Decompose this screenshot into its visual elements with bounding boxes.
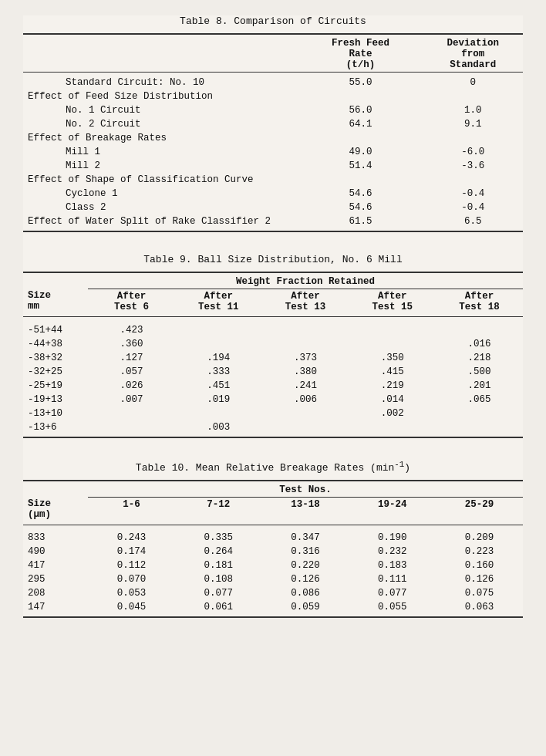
t8-row-standard: Standard Circuit: No. 10 55.0 0 (23, 76, 523, 89)
page: Table 8. Comparison of Circuits Fresh Fe… (23, 15, 523, 618)
t8-dev: -0.4 (423, 201, 523, 214)
table10-container: Table 10. Mean Relative Breakage Rates (… (23, 460, 523, 619)
t8-rate: 49.0 (298, 145, 423, 159)
t10-size-spacer (23, 483, 88, 498)
t8-header-rate: Fresh Feed Rate (t/h) (298, 34, 423, 73)
t8-row-class2: Class 2 54.6 -0.4 (23, 201, 523, 214)
t9-weight-fraction-header: Weight Fraction Retained (88, 275, 523, 289)
t8-row-feed-dist: Effect of Feed Size Distribution (23, 89, 523, 103)
t10-row: 490 0.174 0.264 0.316 0.232 0.223 (23, 545, 523, 559)
t8-header-deviation: Deviation from Standard (423, 34, 523, 73)
t8-label: No. 1 Circuit (23, 103, 298, 117)
t10-col-c4: 19-24 (349, 497, 436, 521)
t10-row: 147 0.045 0.061 0.059 0.055 0.063 (23, 600, 523, 614)
t8-row-mill2: Mill 2 51.4 -3.6 (23, 159, 523, 173)
t9-row: -44+38 .360 .016 (23, 337, 523, 351)
t8-label: Effect of Shape of Classification Curve (23, 173, 298, 187)
t8-label: Effect of Feed Size Distribution (23, 89, 298, 103)
t8-rate: 54.6 (298, 201, 423, 214)
table8-title: Table 8. Comparison of Circuits (23, 15, 523, 27)
t8-dev: -0.4 (423, 187, 523, 201)
t8-dev: 0 (423, 76, 523, 89)
t8-label: Effect of Breakage Rates (23, 131, 298, 145)
t9-row: -25+19 .026 .451 .241 .219 .201 (23, 379, 523, 393)
t8-dev: -3.6 (423, 159, 523, 173)
t8-dev: 6.5 (423, 214, 523, 228)
t8-label: Standard Circuit: No. 10 (23, 76, 298, 89)
t9-col-t15: After Test 15 (349, 289, 436, 314)
t8-row-water: Effect of Water Split of Rake Classifier… (23, 214, 523, 228)
t9-row: -32+25 .057 .333 .380 .415 .500 (23, 365, 523, 379)
t10-col-c2: 7-12 (175, 497, 262, 521)
t9-row: -13+10 .002 (23, 407, 523, 420)
t8-rate: 64.1 (298, 117, 423, 131)
t8-dev: 1.0 (423, 103, 523, 117)
table9-title: Table 9. Ball Size Distribution, No. 6 M… (23, 254, 523, 265)
t8-label: Class 2 (23, 201, 298, 214)
t10-col-c3: 13-18 (262, 497, 349, 521)
t8-label: Effect of Water Split of Rake Classifier… (23, 214, 298, 228)
t8-row-no1: No. 1 Circuit 56.0 1.0 (23, 103, 523, 117)
t9-size-header (23, 275, 88, 289)
t8-label: Mill 2 (23, 159, 298, 173)
t8-row-no2: No. 2 Circuit 64.1 9.1 (23, 117, 523, 131)
t9-col-t6: After Test 6 (88, 289, 175, 314)
t10-col-c5: 25-29 (436, 497, 523, 521)
t8-row-mill1: Mill 1 49.0 -6.0 (23, 145, 523, 159)
t9-col-t18: After Test 18 (436, 289, 523, 314)
t10-col-size: Size (μm) (23, 497, 88, 521)
t8-label: No. 2 Circuit (23, 117, 298, 131)
table10: Test Nos. Size (μm) 1-6 7-12 13-18 19-24… (23, 480, 523, 619)
t10-row: 833 0.243 0.335 0.347 0.190 0.209 (23, 531, 523, 545)
t8-rate: 55.0 (298, 76, 423, 89)
t9-col-size: Size mm (23, 289, 88, 314)
t10-row: 295 0.070 0.108 0.126 0.111 0.126 (23, 572, 523, 586)
t8-label: Mill 1 (23, 145, 298, 159)
t8-label: Cyclone 1 (23, 187, 298, 201)
t10-row: 208 0.053 0.077 0.086 0.077 0.075 (23, 586, 523, 600)
t8-rate: 51.4 (298, 159, 423, 173)
t9-row: -38+32 .127 .194 .373 .350 .218 (23, 351, 523, 365)
t9-row: -19+13 .007 .019 .006 .014 .065 (23, 393, 523, 407)
t8-row-breakage: Effect of Breakage Rates (23, 131, 523, 145)
table9-container: Table 9. Ball Size Distribution, No. 6 M… (23, 254, 523, 438)
t9-col-t13: After Test 13 (262, 289, 349, 314)
table8: Fresh Feed Rate (t/h) Deviation from Sta… (23, 33, 523, 232)
t10-row: 417 0.112 0.181 0.220 0.183 0.160 (23, 559, 523, 572)
t9-col-t11: After Test 11 (175, 289, 262, 314)
t8-row-cyclone1: Cyclone 1 54.6 -0.4 (23, 187, 523, 201)
t10-testnos-header: Test Nos. (88, 483, 523, 498)
t8-rate: 54.6 (298, 187, 423, 201)
t8-dev: 9.1 (423, 117, 523, 131)
table8-container: Table 8. Comparison of Circuits Fresh Fe… (23, 15, 523, 232)
t8-row-shape: Effect of Shape of Classification Curve (23, 173, 523, 187)
t10-col-c1: 1-6 (88, 497, 175, 521)
t9-row: -13+6 .003 (23, 420, 523, 434)
t8-dev: -6.0 (423, 145, 523, 159)
t9-row: -51+44 .423 (23, 323, 523, 337)
table9: Weight Fraction Retained Size mm After T… (23, 272, 523, 438)
table10-title: Table 10. Mean Relative Breakage Rates (… (23, 460, 523, 474)
t8-rate: 56.0 (298, 103, 423, 117)
t8-rate: 61.5 (298, 214, 423, 228)
